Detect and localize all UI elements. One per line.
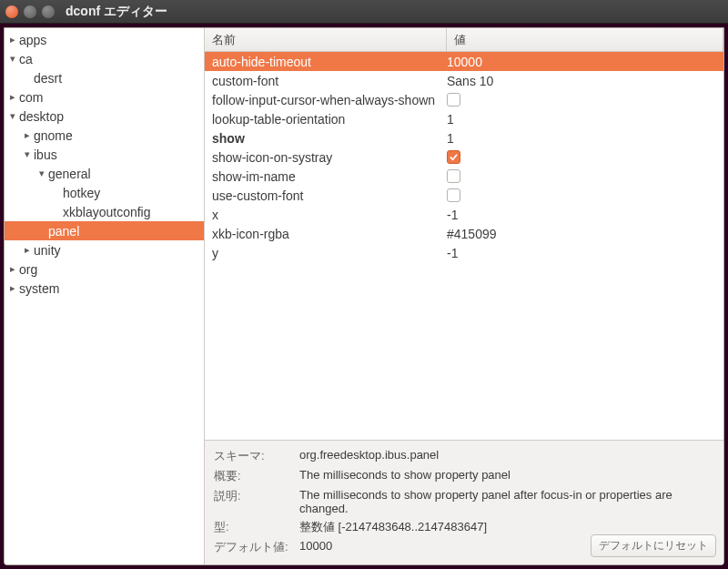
row-value-text: -1 — [447, 208, 458, 222]
table-row[interactable]: show-icon-on-systray — [205, 147, 723, 167]
row-value-text: -1 — [447, 246, 458, 260]
tree-item-desrt[interactable]: desrt — [5, 68, 204, 87]
table-row[interactable]: follow-input-cursor-when-always-shown — [205, 90, 723, 109]
expander-open-icon[interactable]: ▾ — [37, 168, 46, 179]
row-name: y — [212, 246, 447, 260]
tree-item-unity[interactable]: ▸unity — [5, 240, 204, 259]
titlebar: dconf エディター — [0, 0, 728, 24]
tree-item-label: org — [19, 262, 37, 277]
default-label: デフォルト値: — [214, 537, 296, 557]
tree-item-label: hotkey — [63, 186, 100, 200]
tree-item-label: unity — [34, 243, 61, 258]
schema-value: org.freedesktop.ibus.panel — [296, 446, 687, 466]
schema-label: スキーマ: — [214, 446, 296, 466]
description-label: 説明: — [214, 486, 296, 517]
minimize-icon[interactable] — [24, 5, 36, 18]
table-row[interactable]: xkb-icon-rgba#415099 — [205, 224, 723, 243]
summary-label: 概要: — [214, 466, 296, 486]
row-value-text: 1 — [447, 131, 454, 146]
row-value[interactable]: -1 — [447, 246, 723, 260]
expander-closed-icon[interactable]: ▸ — [8, 34, 17, 46]
tree-item-label: com — [19, 90, 43, 105]
row-value-text: 10000 — [447, 55, 482, 69]
expander-closed-icon[interactable]: ▸ — [23, 129, 32, 141]
row-name: show-im-name — [212, 169, 447, 184]
row-name: custom-font — [212, 74, 447, 88]
checkbox[interactable] — [447, 150, 460, 164]
tree-item-label: gnome — [34, 128, 73, 143]
row-name: show-icon-on-systray — [212, 150, 447, 165]
expander-closed-icon[interactable]: ▸ — [8, 282, 17, 294]
tree-item-label: panel — [48, 224, 79, 239]
tree-item-label: desrt — [34, 71, 62, 86]
tree-item-label: general — [48, 167, 91, 181]
reset-button[interactable]: デフォルトにリセット — [591, 534, 716, 557]
row-value[interactable]: 1 — [447, 131, 723, 146]
main-frame: ▸apps▾cadesrt▸com▾desktop▸gnome▾ibus▾gen… — [4, 27, 724, 565]
checkbox[interactable] — [447, 188, 460, 202]
expander-closed-icon[interactable]: ▸ — [8, 263, 17, 275]
table-row[interactable]: show1 — [205, 128, 723, 147]
table-row[interactable]: x-1 — [205, 205, 723, 224]
row-value[interactable] — [447, 169, 723, 183]
expander-open-icon[interactable]: ▾ — [8, 110, 17, 122]
right-pane: 名前 値 auto-hide-timeout10000custom-fontSa… — [205, 28, 723, 564]
row-value[interactable]: Sans 10 — [447, 74, 723, 88]
row-value-text: #415099 — [447, 227, 497, 241]
expander-open-icon[interactable]: ▾ — [23, 148, 32, 160]
type-label: 型: — [214, 517, 296, 537]
tree-item-label: xkblayoutconfig — [63, 205, 151, 219]
expander-closed-icon[interactable]: ▸ — [8, 91, 17, 103]
tree-item-label: ibus — [34, 147, 57, 162]
table-row[interactable]: lookup-table-orientation1 — [205, 109, 723, 128]
table-row[interactable]: use-custom-font — [205, 186, 723, 205]
tree-item-label: desktop — [19, 109, 64, 124]
table-row[interactable]: auto-hide-timeout10000 — [205, 52, 723, 71]
tree-item-label: apps — [19, 33, 46, 47]
row-value[interactable]: 1 — [447, 112, 723, 127]
row-value[interactable]: -1 — [447, 208, 723, 222]
tree-item-org[interactable]: ▸org — [5, 259, 204, 279]
tree-item-ca[interactable]: ▾ca — [5, 49, 204, 68]
tree-item-hotkey[interactable]: hotkey — [5, 183, 204, 202]
tree-item-system[interactable]: ▸system — [5, 279, 204, 298]
tree-item-ibus[interactable]: ▾ibus — [5, 145, 204, 164]
column-header-value[interactable]: 値 — [447, 28, 723, 51]
table-row[interactable]: custom-fontSans 10 — [205, 71, 723, 90]
table-row[interactable]: y-1 — [205, 243, 723, 262]
close-icon[interactable] — [5, 5, 18, 18]
expander-open-icon[interactable]: ▾ — [8, 53, 17, 65]
tree-item-desktop[interactable]: ▾desktop — [5, 107, 204, 126]
maximize-icon[interactable] — [42, 5, 55, 18]
row-value[interactable] — [447, 188, 723, 202]
tree-item-apps[interactable]: ▸apps — [5, 30, 204, 49]
checkbox[interactable] — [447, 169, 460, 183]
schema-tree[interactable]: ▸apps▾cadesrt▸com▾desktop▸gnome▾ibus▾gen… — [5, 28, 205, 564]
checkbox[interactable] — [447, 93, 460, 107]
key-list[interactable]: auto-hide-timeout10000custom-fontSans 10… — [205, 52, 723, 440]
description-value: The milliseconds to show property panel … — [296, 486, 687, 517]
summary-value: The milliseconds to show property panel — [296, 466, 687, 486]
row-name: follow-input-cursor-when-always-shown — [212, 93, 447, 107]
column-header-name[interactable]: 名前 — [205, 28, 447, 51]
tree-item-gnome[interactable]: ▸gnome — [5, 126, 204, 145]
row-value[interactable] — [447, 150, 723, 164]
tree-item-xkblayoutconfig[interactable]: xkblayoutconfig — [5, 202, 204, 221]
check-icon — [449, 152, 459, 162]
tree-item-com[interactable]: ▸com — [5, 87, 204, 107]
row-value[interactable]: 10000 — [447, 55, 723, 69]
row-value-text: 1 — [447, 112, 454, 127]
tree-item-panel[interactable]: panel — [5, 221, 204, 240]
row-value[interactable] — [447, 93, 723, 107]
row-name: auto-hide-timeout — [212, 55, 447, 69]
table-row[interactable]: show-im-name — [205, 167, 723, 186]
row-name: lookup-table-orientation — [212, 112, 447, 127]
row-value-text: Sans 10 — [447, 74, 493, 88]
tree-item-general[interactable]: ▾general — [5, 164, 204, 183]
expander-closed-icon[interactable]: ▸ — [23, 244, 32, 256]
tree-item-label: system — [19, 281, 59, 296]
row-value[interactable]: #415099 — [447, 227, 723, 241]
row-name: show — [212, 131, 447, 146]
window-title: dconf エディター — [66, 4, 167, 20]
table-header: 名前 値 — [205, 28, 723, 52]
